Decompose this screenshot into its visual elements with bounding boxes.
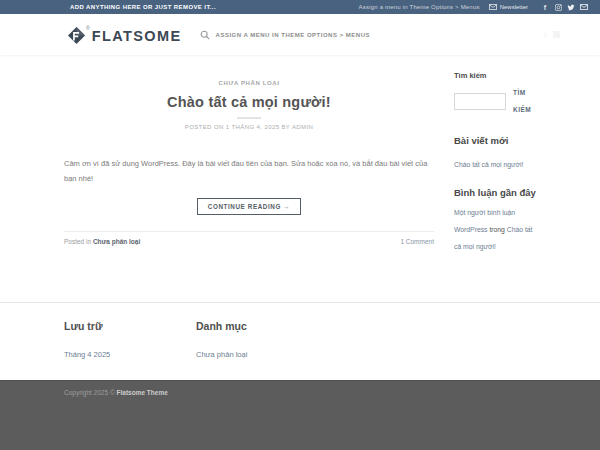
post-category: CHƯA PHÂN LOẠI xyxy=(64,71,434,89)
main-content: CHƯA PHÂN LOẠI Chào tất cả mọi người! PO… xyxy=(56,55,544,302)
post-excerpt: Cảm ơn vì đã sử dụng WordPress. Đây là b… xyxy=(64,157,434,186)
title-divider xyxy=(237,117,261,119)
post-footer-row: Posted in Chưa phân loại 1 Comment xyxy=(64,231,434,245)
header-menu-hint: ASSIGN A MENU IN THEME OPTIONS > MENUS xyxy=(216,32,370,38)
search-widget: Tìm kiếm TÌM KIẾM xyxy=(454,71,536,119)
topbar: ADD ANYTHING HERE OR JUST REMOVE IT... A… xyxy=(0,0,600,14)
search-widget-title: Tìm kiếm xyxy=(454,71,536,80)
header-search-link[interactable]: ASSIGN A MENU IN THEME OPTIONS > MENUS xyxy=(200,30,370,40)
posted-in: Posted in Chưa phân loại xyxy=(64,238,140,245)
archives-title: Lưu trữ xyxy=(64,320,196,332)
newsletter-link[interactable]: Newsletter xyxy=(489,4,528,10)
footer-columns: Lưu trữ Tháng 4 2025 Danh mục Chưa phân … xyxy=(56,320,544,361)
comment-connector: trong xyxy=(489,226,505,233)
recent-post-link[interactable]: Chào tất cả mọi người! xyxy=(454,161,523,168)
decor-box-icon xyxy=(553,31,560,38)
comments-link[interactable]: 1 Comment xyxy=(400,238,434,245)
copyright-prefix: Copyright 2025 © xyxy=(64,389,117,396)
copyright-brand: Flatsome Theme xyxy=(117,389,168,396)
recent-posts-widget: Bài viết mới Chào tất cả mọi người! xyxy=(454,135,536,171)
recent-comments-widget: Bình luận gần đây Một người bình luận Wo… xyxy=(454,187,536,256)
instagram-icon[interactable] xyxy=(554,3,562,11)
recent-posts-title: Bài viết mới xyxy=(454,135,536,147)
archive-month-link[interactable]: Tháng 4 2025 xyxy=(64,350,110,359)
post-date-link[interactable]: 1 THÁNG 4, 2025 xyxy=(226,124,280,130)
post-meta: POSTED ON 1 THÁNG 4, 2025 BY ADMIN xyxy=(64,124,434,130)
continue-reading-button[interactable]: CONTINUE READING → xyxy=(197,198,302,215)
flatsome-logo-icon xyxy=(68,27,85,44)
post-category-link[interactable]: CHƯA PHÂN LOẠI xyxy=(219,80,280,86)
post-title: Chào tất cả mọi người! xyxy=(64,94,434,110)
sidebar: Tìm kiếm TÌM KIẾM Bài viết mới Chào tất … xyxy=(454,71,536,302)
header-right-decor: ‹ xyxy=(544,29,560,40)
chevron-left-icon: ‹ xyxy=(544,29,547,40)
footer-archives-column: Lưu trữ Tháng 4 2025 xyxy=(64,320,196,361)
topbar-message: ADD ANYTHING HERE OR JUST REMOVE IT... xyxy=(70,4,216,10)
categories-title: Danh mục xyxy=(196,320,328,332)
copyright: Copyright 2025 © Flatsome Theme xyxy=(64,389,536,396)
topbar-assign-menu-link[interactable]: Assign a menu in Theme Options > Menus xyxy=(359,4,480,10)
blog-post: CHƯA PHÂN LOẠI Chào tất cả mọi người! PO… xyxy=(64,71,434,302)
post-author-link[interactable]: ADMIN xyxy=(292,124,313,130)
sidebar-search-button[interactable]: TÌM KIẾM xyxy=(506,85,536,119)
footer-categories-column: Danh mục Chưa phân loại xyxy=(196,320,328,361)
continue-reading-wrap: CONTINUE READING → xyxy=(64,195,434,215)
absolute-footer: Copyright 2025 © Flatsome Theme xyxy=(0,380,600,450)
posted-in-category-link[interactable]: Chưa phân loại xyxy=(93,238,140,245)
newsletter-label: Newsletter xyxy=(500,4,528,10)
logo-link[interactable]: ® FLATSOME xyxy=(68,25,182,44)
by-label: BY xyxy=(281,124,290,130)
posted-in-label: Posted in xyxy=(64,238,91,245)
twitter-icon[interactable] xyxy=(567,3,575,11)
registered-mark: ® xyxy=(86,25,90,31)
recent-comments-title: Bình luận gần đây xyxy=(454,187,536,199)
social-icons: f xyxy=(541,3,588,11)
posted-on-label: POSTED ON xyxy=(185,124,224,130)
page: ADD ANYTHING HERE OR JUST REMOVE IT... A… xyxy=(0,0,600,450)
topbar-right: Assign a menu in Theme Options > Menus N… xyxy=(359,3,588,11)
recent-comment-item: Một người bình luận WordPress trong Chào… xyxy=(454,205,536,256)
sidebar-search-input[interactable] xyxy=(454,93,506,110)
envelope-icon xyxy=(489,4,497,10)
logo-text: FLATSOME xyxy=(92,28,182,44)
search-icon xyxy=(200,30,210,40)
search-row: TÌM KIẾM xyxy=(454,85,536,119)
site-header: ® FLATSOME ASSIGN A MENU IN THEME OPTION… xyxy=(0,14,600,55)
footer-widgets: Lưu trữ Tháng 4 2025 Danh mục Chưa phân … xyxy=(0,302,600,380)
category-link[interactable]: Chưa phân loại xyxy=(196,350,247,359)
facebook-icon[interactable]: f xyxy=(541,3,549,11)
email-icon[interactable] xyxy=(580,3,588,11)
